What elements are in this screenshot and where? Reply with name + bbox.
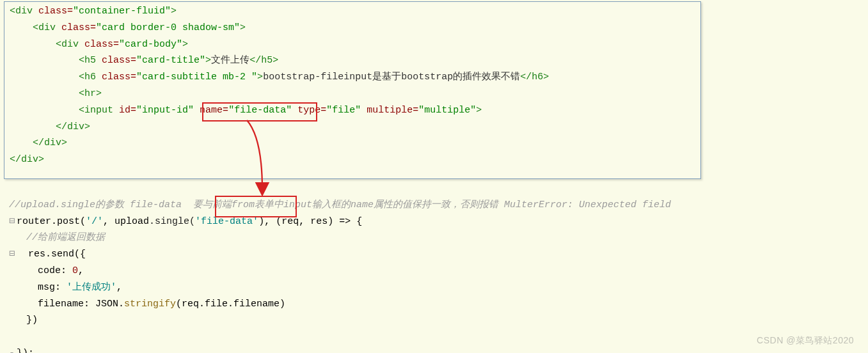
- html-code: <div class="container-fluid"> <div class…: [10, 3, 695, 168]
- html-snippet-box: <div class="container-fluid"> <div class…: [4, 1, 701, 179]
- js-code: //upload.single的参数 file-data 要与前端from表单中…: [9, 180, 671, 353]
- watermark: CSDN @菜鸟驿站2020: [757, 333, 854, 348]
